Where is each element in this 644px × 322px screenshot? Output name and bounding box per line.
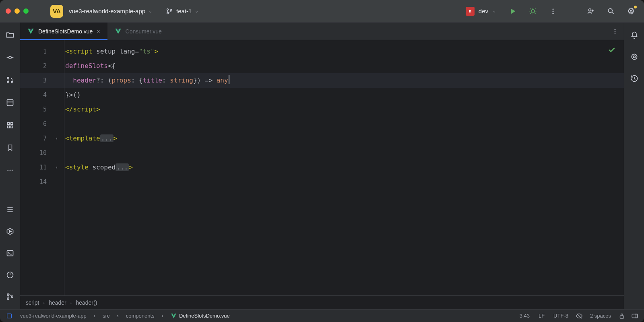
tab-label: Consumer.vue <box>126 28 162 35</box>
svg-point-21 <box>11 170 12 171</box>
svg-point-31 <box>615 33 616 34</box>
svg-point-33 <box>633 56 635 58</box>
problems-tool-button[interactable] <box>5 270 15 280</box>
commit-tool-button[interactable] <box>5 52 15 63</box>
tab-define-slots-demo[interactable]: DefineSlotsDemo.vue × <box>20 23 107 40</box>
project-tool-button[interactable] <box>5 30 15 40</box>
status-cursor-pos[interactable]: 3:43 <box>518 313 531 319</box>
project-name-label: vue3-realworld-example-app <box>69 8 145 14</box>
debug-button[interactable] <box>526 4 540 19</box>
gutter-line[interactable]: 10 <box>20 146 64 160</box>
svg-point-13 <box>11 81 12 83</box>
tab-consumer[interactable]: Consumer.vue <box>107 23 169 40</box>
svg-point-5 <box>553 10 554 12</box>
terminal-tool-button[interactable] <box>5 248 15 258</box>
svg-point-19 <box>7 170 8 171</box>
gutter-line[interactable]: 2 <box>20 59 64 73</box>
status-line-separator[interactable]: LF <box>537 313 546 319</box>
search-everywhere-button[interactable] <box>604 4 618 19</box>
chevron-down-icon: ⌄ <box>149 8 152 14</box>
svg-rect-16 <box>10 122 12 124</box>
project-status-icon[interactable] <box>6 312 13 320</box>
status-path-seg[interactable]: src <box>101 313 111 319</box>
svg-point-30 <box>615 31 616 32</box>
svg-point-26 <box>7 294 8 295</box>
status-path-file[interactable]: DefineSlotsDemo.vue <box>169 313 231 319</box>
folded-region[interactable]: ... <box>116 163 129 171</box>
svg-point-7 <box>589 8 591 11</box>
structure-tool-button[interactable] <box>5 97 15 108</box>
svg-point-9 <box>630 10 632 12</box>
pull-requests-tool-button[interactable] <box>5 75 15 85</box>
svg-point-1 <box>167 12 169 14</box>
chevron-right-icon: › <box>162 313 163 319</box>
notifications-tool-button[interactable] <box>629 30 640 40</box>
close-tab-icon[interactable]: × <box>97 28 100 35</box>
gutter-line[interactable]: 7› <box>20 131 64 146</box>
gutter-line[interactable]: 6 <box>20 117 64 131</box>
close-window[interactable] <box>6 8 11 14</box>
status-more-icon[interactable] <box>631 312 638 320</box>
text-caret <box>229 75 229 84</box>
inspection-status-icon[interactable] <box>608 46 616 54</box>
gutter-line[interactable]: 11› <box>20 160 64 175</box>
svg-point-29 <box>615 29 616 30</box>
ai-assistant-tool-button[interactable] <box>629 52 640 62</box>
branch-name: feat-1 <box>176 8 192 14</box>
vue-file-icon <box>171 313 177 319</box>
code-area[interactable]: <script setup lang="ts"> defineSlots<{ h… <box>64 40 624 295</box>
status-indent[interactable]: 2 spaces <box>588 313 613 319</box>
fold-toggle-icon[interactable]: › <box>55 136 58 141</box>
right-tool-strip <box>624 23 644 309</box>
run-button[interactable] <box>506 4 520 19</box>
minimize-window[interactable] <box>14 8 20 14</box>
gutter-line[interactable]: 14 <box>20 175 64 189</box>
status-project[interactable]: vue3-realworld-example-app <box>19 313 88 319</box>
breadcrumb-item[interactable]: header() <box>76 299 97 306</box>
more-actions-button[interactable] <box>546 4 560 19</box>
code-with-me-button[interactable] <box>584 4 598 19</box>
zoom-window[interactable] <box>23 8 29 14</box>
chevron-right-icon: › <box>70 300 72 305</box>
recent-tool-button[interactable] <box>629 73 640 84</box>
project-badge[interactable]: VA <box>50 5 63 18</box>
gutter-line[interactable]: 1 <box>20 44 64 59</box>
vue-file-icon <box>115 28 122 35</box>
status-path-seg[interactable]: components <box>124 313 156 319</box>
svg-rect-14 <box>7 100 13 106</box>
run-config-selector[interactable]: n dev ⌄ <box>466 7 496 16</box>
settings-button[interactable] <box>624 4 638 19</box>
more-tool-windows-button[interactable] <box>5 165 15 175</box>
tab-overflow-button[interactable] <box>606 23 624 40</box>
titlebar: VA vue3-realworld-example-app ⌄ feat-1 ⌄… <box>0 0 644 23</box>
no-preview-icon[interactable] <box>576 312 583 320</box>
breadcrumb-item[interactable]: header <box>49 299 66 306</box>
svg-point-3 <box>531 9 535 12</box>
status-encoding[interactable]: UTF-8 <box>552 313 570 319</box>
svg-rect-15 <box>7 122 9 124</box>
svg-point-12 <box>7 81 8 83</box>
gutter-line[interactable]: 5 <box>20 102 64 117</box>
run-config-label: dev <box>479 8 488 14</box>
run-tool-button[interactable] <box>5 226 15 237</box>
breadcrumb-item[interactable]: script <box>26 299 39 306</box>
branch-selector[interactable]: feat-1 ⌄ <box>166 8 198 15</box>
bookmarks-tool-button[interactable] <box>5 142 15 153</box>
gutter-line[interactable]: 4 <box>20 88 64 102</box>
project-selector[interactable]: vue3-realworld-example-app ⌄ <box>69 8 152 14</box>
left-tool-strip <box>0 23 20 309</box>
status-bar: vue3-realworld-example-app › src › compo… <box>0 309 644 322</box>
chevron-right-icon: › <box>43 300 45 305</box>
chevron-right-icon: › <box>117 313 118 319</box>
gutter-line[interactable]: 3 <box>20 73 64 88</box>
fold-toggle-icon[interactable]: › <box>55 165 58 170</box>
readonly-toggle-icon[interactable] <box>618 312 625 320</box>
svg-marker-23 <box>9 231 11 233</box>
vcs-tool-button[interactable] <box>5 291 15 302</box>
services-tool-button[interactable] <box>5 120 15 130</box>
folded-region[interactable]: ... <box>100 134 114 142</box>
editor[interactable]: 1 2 3 4 5 6 7› 10 11› 14 <script setup l… <box>20 40 624 295</box>
svg-point-20 <box>9 170 10 171</box>
svg-rect-17 <box>7 126 9 128</box>
todo-tool-button[interactable] <box>5 204 15 215</box>
